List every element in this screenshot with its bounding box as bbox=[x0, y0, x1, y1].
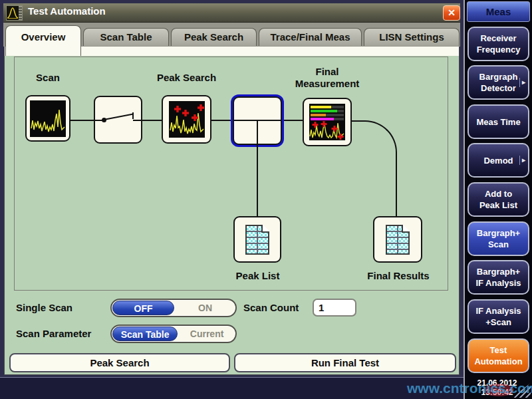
tab-peak-search[interactable]: Peak Search bbox=[171, 28, 257, 46]
scan-parameter-current-option[interactable]: Current bbox=[178, 326, 235, 342]
switch-contact-tick bbox=[132, 112, 134, 119]
scan-node[interactable] bbox=[25, 95, 70, 142]
meas-menu-header: Meas bbox=[467, 1, 530, 22]
final-results-node-label: Final Results bbox=[359, 270, 438, 282]
final-results-document-icon bbox=[386, 225, 410, 255]
tab-lisn-settings[interactable]: LISN Settings bbox=[364, 28, 460, 46]
softkey-bargraph-scan[interactable]: Bargraph+ Scan bbox=[467, 221, 529, 256]
scan-count-input[interactable] bbox=[313, 299, 356, 317]
softkey-bargraph-if-analysis[interactable]: Bargraph+ IF Analysis bbox=[467, 260, 529, 295]
final-measurement-icon bbox=[309, 104, 345, 140]
page-fold-icon bbox=[261, 225, 269, 233]
peak-search-trace-icon bbox=[169, 101, 205, 138]
tab-scan-table[interactable]: Scan Table bbox=[83, 28, 169, 46]
submenu-arrow-icon: ▸ bbox=[519, 78, 525, 87]
final-measurement-node-label: Final Measurement bbox=[285, 66, 370, 90]
single-scan-off-option[interactable]: OFF bbox=[112, 301, 174, 315]
softkey-receiver-frequency[interactable]: Receiver Frequency bbox=[467, 27, 529, 61]
connector-peaksearch-junction bbox=[211, 120, 233, 121]
scan-parameter-toggle: Scan Table Current bbox=[110, 325, 237, 343]
status-bar bbox=[0, 377, 464, 399]
softkey-meas-time[interactable]: Meas Time bbox=[467, 104, 529, 139]
peak-search-button[interactable]: Peak Search bbox=[9, 353, 230, 372]
scan-parameter-scantable-option[interactable]: Scan Table bbox=[112, 327, 178, 341]
single-scan-on-option[interactable]: ON bbox=[175, 300, 235, 316]
junction-vertical-line bbox=[257, 120, 258, 216]
switch-right-stub bbox=[133, 120, 142, 121]
test-automation-screen: Test Automation ✕ Overview Scan Table Pe… bbox=[0, 0, 532, 399]
connector-junction-finalmeas bbox=[281, 120, 303, 121]
connector-switch-peaksearch bbox=[142, 120, 162, 121]
single-scan-label: Single Scan bbox=[16, 302, 72, 313]
tab-trace-final-meas[interactable]: Trace/Final Meas bbox=[259, 28, 362, 46]
scan-node-label: Scan bbox=[25, 72, 70, 84]
close-button[interactable]: ✕ bbox=[443, 5, 460, 21]
peak-list-node-label: Peak List bbox=[226, 270, 289, 282]
softkey-demod[interactable]: Demod▸ bbox=[467, 143, 529, 178]
spectrum-app-icon bbox=[6, 5, 23, 21]
window-title: Test Automation bbox=[28, 5, 106, 17]
run-final-test-button[interactable]: Run Final Test bbox=[234, 353, 456, 372]
single-scan-toggle: OFF ON bbox=[110, 299, 237, 317]
page-fold-icon bbox=[402, 225, 410, 233]
final-measurement-node[interactable] bbox=[303, 98, 352, 146]
connector-finalmeas-finalresults bbox=[352, 120, 397, 217]
connector-scan-switch bbox=[69, 120, 94, 121]
submenu-arrow-icon: ▸ bbox=[519, 156, 525, 165]
scan-parameter-label: Scan Parameter bbox=[16, 328, 91, 339]
softkey-test-automation[interactable]: Test Automation bbox=[467, 338, 529, 373]
softkey-bargraph-detector[interactable]: Bargraph Detector▸ bbox=[467, 65, 529, 100]
tab-overview[interactable]: Overview bbox=[5, 25, 81, 56]
softkey-if-analysis-scan[interactable]: IF Analysis +Scan bbox=[467, 299, 529, 334]
final-results-node[interactable] bbox=[373, 216, 422, 263]
scan-trace-icon bbox=[30, 100, 66, 137]
scan-count-label: Scan Count bbox=[243, 302, 299, 313]
peak-list-node[interactable] bbox=[233, 216, 281, 263]
softkey-add-to-peak-list[interactable]: Add to Peak List bbox=[467, 182, 529, 217]
peak-search-node[interactable] bbox=[162, 95, 211, 144]
bargraph-rows-icon bbox=[311, 106, 344, 122]
peak-list-document-icon bbox=[245, 225, 269, 255]
watermark-text: www.cntronics.com bbox=[407, 380, 532, 396]
peak-search-node-label: Peak Search bbox=[145, 72, 228, 84]
